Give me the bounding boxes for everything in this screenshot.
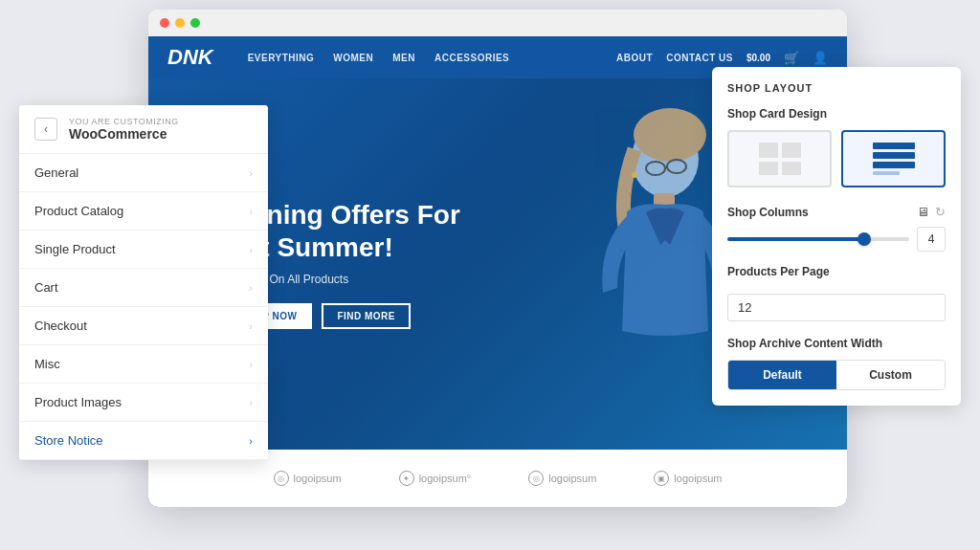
nav-right: ABOUT CONTACT US $0.00 🛒 👤 [616,51,828,65]
svg-rect-12 [873,152,915,159]
card-design-label: Shop Card Design [727,107,946,121]
menu-misc[interactable]: Misc › [19,345,268,384]
menu-checkout[interactable]: Checkout › [19,307,268,345]
columns-label: Shop Columns [727,206,911,219]
chevron-right-icon: › [249,244,253,255]
nav-accessories[interactable]: ACCESSORIES [434,53,509,63]
customizer-header: ‹ You are customizing WooCommerce [19,105,268,154]
logo-3: ◎ logoipsum [528,471,596,486]
minimize-dot [175,18,185,28]
svg-rect-8 [782,143,801,158]
customizer-header-text: You are customizing WooCommerce [69,117,253,142]
products-per-page-label: Products Per Page [727,265,946,278]
cart-icon[interactable]: 🛒 [784,51,799,65]
menu-general[interactable]: General › [19,154,268,192]
products-per-page-section: Products Per Page [727,265,946,321]
card-option-list[interactable] [841,130,946,187]
menu-store-notice[interactable]: Store Notice › [19,422,268,460]
svg-point-1 [634,108,706,162]
logo-icon-4: ▣ [654,471,669,486]
nav-price: $0.00 [746,53,770,63]
user-icon[interactable]: 👤 [813,51,828,65]
chevron-right-icon: › [249,206,253,217]
chevron-right-icon: › [249,397,253,408]
slider-row: 4 [727,227,946,252]
nav-men[interactable]: MEN [392,53,415,63]
svg-rect-7 [759,143,778,158]
nav-about[interactable]: ABOUT [616,53,653,63]
card-list-icon [871,141,917,177]
nav-everything[interactable]: EVERYTHING [248,53,315,63]
logo-4: ▣ logoipsum [654,471,722,486]
menu-cart[interactable]: Cart › [19,269,268,307]
svg-rect-13 [873,162,915,168]
customizer-panel: ‹ You are customizing WooCommerce Genera… [19,105,268,460]
customizer-title: WooCommerce [69,126,253,142]
width-custom-button[interactable]: Custom [836,361,945,389]
logo-icon-1: ◎ [274,471,289,486]
logo-1: ◎ logoipsum [274,471,342,486]
expand-dot [190,18,200,28]
menu-product-catalog[interactable]: Product Catalog › [19,192,268,231]
customizer-subtitle: You are customizing [69,117,253,126]
menu-single-product[interactable]: Single Product › [19,231,268,269]
products-per-page-input[interactable] [727,294,946,321]
find-more-button[interactable]: FIND MORE [322,303,411,329]
svg-rect-14 [873,171,900,175]
slider-fill [727,237,864,241]
chevron-right-icon: › [249,167,253,179]
columns-value: 4 [917,227,946,252]
logo-icon-2: ✦ [399,471,414,486]
shop-layout-panel: SHOP LAYOUT Shop Card Design Shop Column… [712,67,961,406]
card-option-grid[interactable] [727,130,832,187]
chevron-right-active-icon: › [249,435,253,447]
browser-titlebar [148,10,847,36]
chevron-right-icon: › [249,359,253,370]
nav-women[interactable]: WOMEN [333,53,373,63]
width-toggle: Default Custom [727,360,946,390]
menu-product-images[interactable]: Product Images › [19,384,268,422]
site-logo: DNK [167,45,213,70]
panel-title: SHOP LAYOUT [727,82,946,94]
chevron-right-icon: › [249,320,253,332]
close-dot [160,18,169,28]
svg-rect-10 [782,162,801,175]
svg-rect-11 [873,143,915,149]
card-grid-icon [757,141,803,177]
logo-icon-3: ◎ [528,471,544,486]
archive-width-section: Shop Archive Content Width Default Custo… [727,337,946,390]
slider-track [727,237,909,241]
svg-rect-9 [759,162,778,175]
width-default-button[interactable]: Default [728,361,836,389]
customizer-menu: General › Product Catalog › Single Produ… [19,154,268,460]
archive-width-label: Shop Archive Content Width [727,337,946,350]
shop-columns-row: Shop Columns 🖥 ↻ [727,205,946,219]
back-button[interactable]: ‹ [34,118,57,141]
card-design-options [727,130,946,187]
columns-slider[interactable] [727,230,909,249]
monitor-icon: 🖥 [917,205,929,219]
nav-contact[interactable]: CONTACT US [666,53,733,63]
svg-point-6 [632,172,637,178]
slider-thumb[interactable] [858,232,871,246]
chevron-right-icon: › [249,282,253,294]
refresh-icon[interactable]: ↻ [935,205,946,219]
logo-2: ✦ logoipsum° [399,471,472,486]
